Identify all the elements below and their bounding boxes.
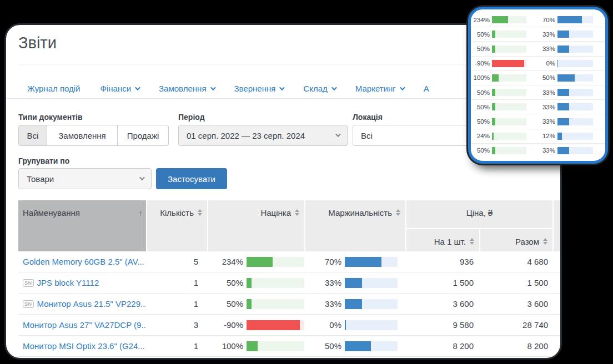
markup-value: 50%	[227, 299, 243, 309]
total-price: 1 500	[480, 278, 552, 287]
product-link[interactable]: Монитор Asus 21.5" VP229...	[37, 299, 146, 309]
markup-cell: 50%	[208, 299, 304, 309]
markup-bar	[492, 60, 526, 67]
sort-asc-icon: ↑	[139, 208, 147, 218]
markup-cell: 100%	[208, 341, 304, 351]
doc-types-label: Типи документів	[18, 113, 83, 122]
chevron-down-icon	[139, 175, 145, 180]
product-link[interactable]: Монитор MSI Optix 23.6" (G24...	[23, 341, 145, 351]
markup-bar-fill	[492, 89, 495, 96]
nav-item-label: Журнал подій	[27, 84, 81, 93]
nav-item-label: Маркетинг	[355, 84, 396, 93]
markup-bar-fill	[492, 74, 499, 82]
nav-item[interactable]: Замовлення	[159, 84, 214, 93]
header-name[interactable]: Найменування ↑	[18, 200, 146, 251]
callout-row: 50% 33%	[471, 144, 605, 158]
period-select[interactable]: 01 серп. 2022 — 23 серп. 2024	[178, 125, 348, 146]
margin-value: 12%	[536, 133, 555, 139]
markup-bar-fill	[492, 46, 495, 53]
markup-value: -90%	[224, 320, 243, 330]
markup-bar	[492, 103, 526, 110]
markup-bar	[492, 89, 526, 96]
header-price-total[interactable]: Разом	[480, 229, 552, 251]
table-row: SN Golden Memory 60GB 2.5" (AV... 5 234%…	[18, 251, 561, 272]
margin-cell: 50%	[305, 341, 405, 351]
margin-bar	[557, 46, 593, 53]
chevron-down-icon	[135, 85, 140, 90]
unit-price: 1 500	[406, 278, 479, 287]
doc-type-all-button[interactable]: Всі	[18, 125, 47, 146]
table-row: SN Монитор Asus 27" VA27DCP (9... 3 -90%…	[18, 315, 561, 336]
margin-bar-fill	[345, 278, 362, 288]
table-row: SN Монитор MSI Optix 23.6" (G24... 1 100…	[18, 336, 561, 357]
product-link[interactable]: JPS block Y1112	[37, 278, 99, 287]
callout-row: 24% 12%	[471, 129, 605, 144]
margin-cell: 70%	[305, 257, 405, 267]
markup-bar-fill	[492, 118, 495, 125]
markup-bar	[492, 16, 526, 23]
markup-value: 24%	[473, 133, 490, 139]
nav-item[interactable]: Склад	[303, 84, 335, 93]
markup-value: 234%	[473, 17, 490, 23]
unit-price: 9 580	[406, 320, 479, 330]
callout-row: 50% 33%	[471, 114, 605, 129]
margin-value: 0%	[329, 320, 341, 330]
markup-bar-fill	[247, 320, 300, 330]
group-by-select[interactable]: Товари	[18, 168, 152, 189]
header-extra-column	[554, 200, 561, 251]
chevron-down-icon	[335, 132, 341, 137]
sort-icon	[543, 238, 548, 245]
nav-item[interactable]: Журнал подій	[27, 84, 81, 93]
chevron-down-icon	[279, 85, 285, 90]
header-margin[interactable]: Маржинальність	[305, 200, 405, 251]
nav-item[interactable]: Звернення	[234, 84, 284, 93]
markup-bar	[247, 257, 304, 267]
header-markup[interactable]: Націнка	[208, 200, 304, 251]
qty-value: 1	[147, 341, 207, 351]
markup-bar-fill	[247, 299, 252, 309]
header-qty[interactable]: Кількість	[147, 200, 207, 251]
markup-value: 50%	[473, 147, 490, 154]
markup-value: -90%	[473, 60, 490, 67]
margin-bar-fill	[557, 118, 569, 125]
sort-icon	[396, 209, 401, 216]
table-row: SN Монитор Asus 21.5" VP229... 1 50% 33%…	[18, 294, 561, 315]
group-by-label: Групувати по	[18, 156, 69, 165]
markup-bar-fill	[492, 16, 508, 23]
doc-type-sales-button[interactable]: Продажі	[117, 125, 169, 146]
qty-value: 3	[147, 320, 207, 330]
margin-value: 70%	[325, 257, 341, 266]
product-cell: SN Монитор Asus 27" VA27DCP (9...	[18, 320, 146, 330]
doc-type-orders-button[interactable]: Замовлення	[47, 125, 118, 146]
margin-cell: 33%	[305, 299, 405, 309]
nav-item[interactable]: Фінанси	[101, 84, 139, 93]
nav-item[interactable]: Маркетинг	[355, 84, 404, 93]
table-header: Найменування ↑ Кількість Націнка Маржина…	[18, 200, 561, 251]
markup-cell: 234%	[208, 257, 304, 267]
nav-item[interactable]: А	[424, 84, 429, 93]
margin-bar	[345, 278, 398, 288]
page-title: Звіти	[18, 34, 57, 52]
nav-item-label: Замовлення	[159, 84, 206, 93]
markup-value: 50%	[473, 31, 490, 38]
location-select[interactable]: Всі	[353, 125, 480, 146]
sort-icon	[198, 209, 203, 216]
nav-item-label: А	[424, 84, 429, 93]
period-label: Період	[178, 113, 205, 122]
margin-bar-fill	[557, 16, 582, 23]
group-by-value: Товари	[27, 174, 54, 184]
product-cell: SN Монитор MSI Optix 23.6" (G24...	[18, 341, 146, 351]
markup-value: 100%	[473, 74, 490, 81]
margin-value: 33%	[325, 299, 341, 309]
margin-value: 50%	[536, 74, 555, 81]
markup-bar	[492, 74, 526, 82]
header-price-unit[interactable]: На 1 шт.	[406, 229, 479, 251]
markup-bar	[492, 133, 526, 140]
product-link[interactable]: Монитор Asus 27" VA27DCP (9...	[23, 320, 146, 330]
markup-bar-fill	[492, 147, 495, 154]
unit-price: 936	[406, 257, 479, 266]
product-link[interactable]: Golden Memory 60GB 2.5" (AV...	[23, 257, 144, 266]
margin-bar-fill	[557, 133, 562, 140]
total-price: 28 740	[480, 320, 552, 330]
apply-button[interactable]: Застосувати	[156, 168, 227, 189]
